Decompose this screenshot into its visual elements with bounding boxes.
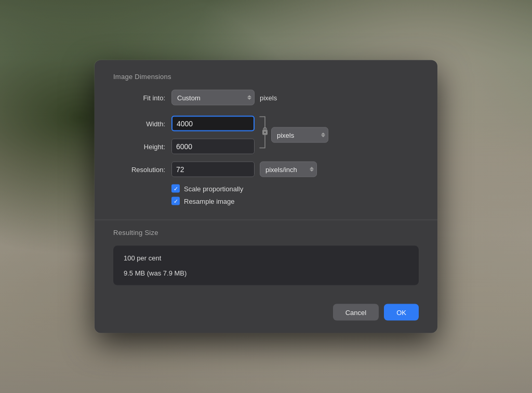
fit-into-select-wrapper: Custom Original Size 2x 1x — [171, 90, 255, 106]
height-label: Height: — [113, 142, 165, 150]
scale-proportionally-row: ✓ Scale proportionally — [171, 185, 419, 193]
width-label: Width: — [113, 120, 165, 127]
resolution-input[interactable] — [171, 162, 255, 177]
resolution-select-wrapper: pixels/inch pixels/cm — [260, 162, 317, 177]
resample-image-checkbox[interactable]: ✓ — [171, 197, 180, 205]
scale-proportionally-label: Scale proportionally — [184, 185, 243, 192]
height-input[interactable] — [171, 139, 255, 154]
dialog-footer: Cancel OK — [95, 296, 437, 333]
dialog-bottom-section: Resulting Size 100 per cent 9.5 MB (was … — [95, 220, 437, 296]
unit-col: pixels percent inches cm mm — [271, 127, 328, 143]
dialog-top-section: Image Dimensions Fit into: Custom Origin… — [95, 60, 437, 220]
ok-button[interactable]: OK — [384, 304, 419, 321]
resolution-unit-select[interactable]: pixels/inch pixels/cm — [260, 162, 317, 177]
resample-image-label: Resample image — [184, 197, 235, 205]
resolution-unit-wrapper: pixels/inch pixels/cm — [260, 162, 317, 177]
width-height-container: Width: Height: — [113, 116, 419, 154]
width-input[interactable] — [171, 116, 255, 132]
image-dimensions-title: Image Dimensions — [113, 73, 419, 81]
wh-labels-inputs: Width: Height: — [113, 116, 255, 154]
resulting-size-percent: 100 per cent — [124, 254, 408, 262]
cancel-button[interactable]: Cancel — [333, 304, 379, 321]
dialog-container: Image Dimensions Fit into: Custom Origin… — [95, 60, 437, 333]
resolution-label: Resolution: — [113, 165, 165, 173]
fit-into-label: Fit into: — [113, 94, 165, 101]
fit-into-row: Fit into: Custom Original Size 2x 1x pix… — [113, 90, 419, 106]
scale-proportionally-checkbox[interactable]: ✓ — [171, 185, 180, 193]
pixels-select-wrapper: pixels percent inches cm mm — [271, 127, 328, 143]
scale-checkmark-icon: ✓ — [174, 186, 178, 191]
resample-image-row: ✓ Resample image — [171, 197, 419, 205]
image-dimensions-dialog: Image Dimensions Fit into: Custom Origin… — [95, 60, 437, 333]
fit-into-select[interactable]: Custom Original Size 2x 1x — [171, 90, 255, 106]
resulting-size-box: 100 per cent 9.5 MB (was 7.9 MB) — [113, 246, 419, 285]
resample-checkmark-icon: ✓ — [174, 198, 178, 204]
fit-into-unit-label: pixels — [260, 94, 277, 101]
lock-bracket-svg — [258, 116, 268, 149]
height-row: Height: — [113, 139, 255, 154]
width-row: Width: — [113, 116, 255, 132]
pixels-unit-select[interactable]: pixels percent inches cm mm — [271, 127, 328, 143]
resolution-row: Resolution: pixels/inch pixels/cm — [113, 162, 419, 177]
lock-bracket — [258, 116, 268, 149]
svg-point-1 — [264, 132, 266, 133]
resulting-size-mb: 9.5 MB (was 7.9 MB) — [124, 269, 408, 277]
resulting-size-title: Resulting Size — [113, 229, 419, 237]
